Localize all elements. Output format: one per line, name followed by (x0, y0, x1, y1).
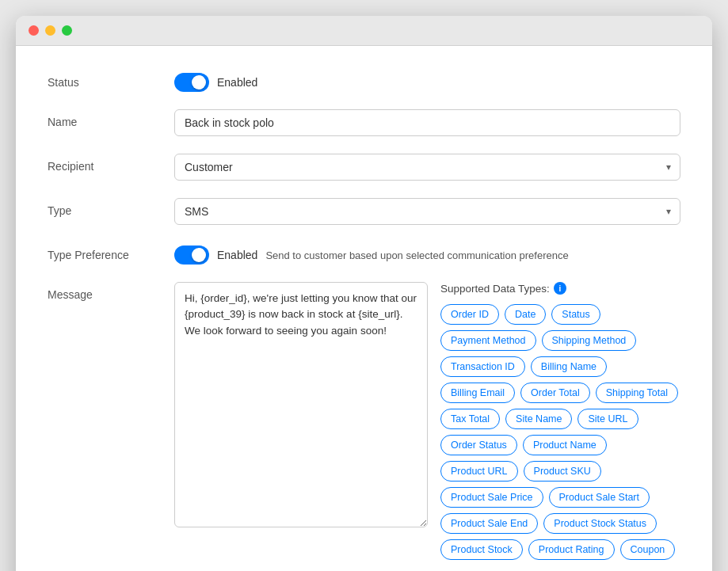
maximize-button[interactable] (62, 25, 72, 36)
name-control (174, 109, 680, 136)
message-textarea[interactable]: Hi, {order_id}, we're just letting you k… (174, 282, 428, 527)
type-select[interactable]: SMS Email Push (174, 198, 680, 225)
data-type-tag[interactable]: Order Total (520, 383, 590, 403)
titlebar (16, 16, 712, 46)
type-preference-note: Send to customer based upon selected com… (265, 249, 568, 261)
type-label: Type (48, 198, 174, 217)
data-types-title: Supported Data Types: i (440, 282, 680, 295)
data-type-tag[interactable]: Billing Email (440, 383, 515, 403)
data-type-tag[interactable]: Tax Total (440, 409, 500, 429)
close-button[interactable] (29, 25, 39, 36)
data-type-tag[interactable]: Billing Name (531, 356, 607, 377)
data-type-tag[interactable]: Product Name (523, 435, 607, 455)
data-type-tag[interactable]: Product SKU (524, 461, 601, 482)
data-type-tag[interactable]: Order Status (440, 435, 517, 455)
main-content: Status Enabled Name Recipient (16, 46, 712, 571)
data-type-tag[interactable]: Product Sale Start (549, 487, 650, 508)
data-type-tag[interactable]: Product Sale End (440, 513, 538, 534)
recipient-select[interactable]: Customer Admin Vendor (174, 154, 680, 181)
message-control: Hi, {order_id}, we're just letting you k… (174, 282, 680, 560)
data-type-tag[interactable]: Transaction ID (440, 356, 525, 377)
type-pref-toggle-thumb (192, 248, 206, 262)
type-preference-control: Enabled Send to customer based upon sele… (174, 242, 680, 265)
message-row: Message Hi, {order_id}, we're just letti… (48, 282, 680, 560)
type-pref-toggle-track (174, 246, 209, 265)
data-types-title-text: Supported Data Types: (440, 283, 550, 295)
data-type-tag[interactable]: Date (505, 304, 546, 325)
type-row: Type SMS Email Push ▾ (48, 198, 680, 225)
main-window: Status Enabled Name Recipient (16, 16, 712, 571)
data-type-tag[interactable]: Product URL (440, 461, 518, 482)
recipient-label: Recipient (48, 154, 174, 173)
name-row: Name (48, 109, 680, 136)
data-type-tag[interactable]: Product Stock (440, 539, 523, 560)
data-type-tag[interactable]: Product Rating (528, 539, 615, 560)
data-type-tag[interactable]: Coupon (620, 539, 676, 560)
data-type-tag[interactable]: Site Name (505, 409, 572, 429)
toggle-thumb (192, 75, 206, 89)
type-control: SMS Email Push ▾ (174, 198, 680, 225)
status-text: Enabled (217, 76, 257, 89)
data-type-tag[interactable]: Payment Method (440, 330, 536, 351)
status-row: Status Enabled (48, 70, 680, 92)
status-toggle[interactable] (174, 73, 209, 92)
data-type-tag[interactable]: Shipping Method (542, 330, 637, 351)
tags-container: Order IDDateStatusPayment MethodShipping… (440, 304, 680, 560)
minimize-button[interactable] (45, 25, 55, 36)
data-types-panel: Supported Data Types: i Order IDDateStat… (440, 282, 680, 560)
message-label: Message (48, 282, 174, 301)
info-icon[interactable]: i (554, 282, 566, 295)
recipient-row: Recipient Customer Admin Vendor ▾ (48, 154, 680, 181)
name-input[interactable] (174, 109, 680, 136)
recipient-control: Customer Admin Vendor ▾ (174, 154, 680, 181)
toggle-track (174, 73, 209, 92)
type-preference-text: Enabled (217, 249, 257, 261)
data-type-tag[interactable]: Status (551, 304, 600, 325)
data-type-tag[interactable]: Product Stock Status (543, 513, 657, 534)
data-type-tag[interactable]: Product Sale Price (440, 487, 543, 508)
data-type-tag[interactable]: Order ID (440, 304, 499, 325)
type-preference-toggle[interactable] (174, 246, 209, 265)
status-label: Status (48, 70, 174, 89)
type-preference-row: Type Preference Enabled Send to customer… (48, 242, 680, 265)
status-control: Enabled (174, 70, 680, 92)
data-type-tag[interactable]: Site URL (577, 409, 638, 429)
name-label: Name (48, 109, 174, 128)
data-type-tag[interactable]: Shipping Total (596, 383, 678, 403)
type-preference-label: Type Preference (48, 242, 174, 261)
